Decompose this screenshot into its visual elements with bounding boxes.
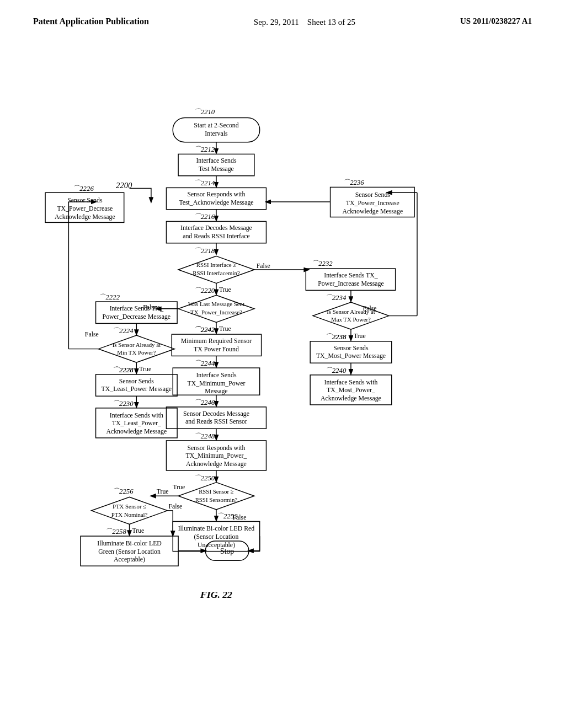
svg-text:Was Last Message Sent: Was Last Message Sent [188, 301, 244, 307]
svg-text:RSSI Interfacemin?: RSSI Interfacemin? [193, 270, 240, 276]
pub-date: Sep. 29, 2011 [254, 18, 299, 26]
svg-text:FIG. 22: FIG. 22 [200, 589, 232, 600]
svg-text:Max TX Power?: Max TX Power? [331, 316, 371, 323]
svg-text:TX_Least_Power_: TX_Least_Power_ [112, 419, 161, 427]
svg-text:Illuminate Bi-color LED: Illuminate Bi-color LED [97, 539, 162, 547]
svg-text:Interface Sends TX_: Interface Sends TX_ [110, 304, 164, 312]
svg-text:PTX Nominal?: PTX Nominal? [111, 511, 148, 518]
svg-text:⌒2232: ⌒2232 [311, 260, 333, 267]
flowchart-svg: 2200 ⌒2210 Start at 2-Second Intervals ⌒… [0, 34, 565, 706]
svg-text:Test Message: Test Message [199, 165, 234, 173]
svg-text:True: True [354, 332, 366, 340]
patent-number: US 2011/0238227 A1 [460, 17, 532, 26]
publication-title: Patent Application Publication [33, 17, 149, 26]
svg-text:True: True [219, 286, 231, 293]
svg-text:⌒2252: ⌒2252 [216, 512, 238, 520]
svg-text:False: False [257, 262, 270, 270]
svg-text:Min TX Power?: Min TX Power? [117, 349, 156, 356]
svg-text:True: True [139, 365, 151, 373]
svg-text:⌒2228: ⌒2228 [112, 366, 134, 374]
svg-text:⌒2218: ⌒2218 [194, 247, 215, 255]
svg-text:Acknowledge Message: Acknowledge Message [342, 207, 403, 215]
svg-text:True: True [157, 488, 169, 495]
svg-text:Green (Sensor Location: Green (Sensor Location [98, 548, 161, 555]
svg-text:Interface Sends: Interface Sends [196, 371, 236, 379]
svg-text:False: False [85, 330, 99, 338]
svg-text:⌒2220: ⌒2220 [194, 287, 215, 295]
svg-text:⌒2216: ⌒2216 [194, 213, 215, 221]
svg-text:TX_Minimum_Power_: TX_Minimum_Power_ [186, 452, 247, 459]
svg-text:Sensor Sends: Sensor Sends [119, 377, 154, 385]
svg-text:Acknowledge Message: Acknowledge Message [106, 427, 167, 435]
svg-text:True: True [132, 527, 144, 534]
svg-text:⌒2250: ⌒2250 [194, 474, 215, 482]
svg-text:⌒2210: ⌒2210 [194, 108, 215, 116]
svg-text:⌒2224: ⌒2224 [112, 327, 134, 335]
svg-text:Illuminate Bi-color LED Red: Illuminate Bi-color LED Red [178, 524, 255, 532]
svg-text:(Sensor Location: (Sensor Location [194, 533, 239, 540]
svg-text:Sensor Sends: Sensor Sends [67, 196, 103, 204]
svg-text:Interface Sends: Interface Sends [196, 157, 236, 164]
svg-text:PTX Sensor ≤: PTX Sensor ≤ [113, 503, 146, 510]
svg-text:⌒2238: ⌒2238 [325, 333, 347, 341]
svg-text:⌒2236: ⌒2236 [343, 179, 364, 186]
svg-text:RSSI Interface ≥: RSSI Interface ≥ [196, 261, 237, 268]
svg-text:Acceptable): Acceptable) [114, 555, 145, 563]
svg-text:⌒2248: ⌒2248 [194, 432, 215, 440]
svg-text:Power_Decrease Message: Power_Decrease Message [103, 313, 171, 320]
svg-text:Sensor Sends: Sensor Sends [355, 191, 391, 199]
svg-text:⌒2240: ⌒2240 [325, 367, 347, 374]
page-header: Patent Application Publication Sep. 29, … [0, 0, 565, 28]
svg-text:⌒2222: ⌒2222 [98, 293, 120, 301]
svg-text:⌒2230: ⌒2230 [112, 400, 134, 408]
svg-text:TX_Least_Power Message: TX_Least_Power Message [102, 385, 172, 393]
svg-text:Interface Sends with: Interface Sends with [324, 378, 377, 386]
svg-text:Is Sensor Already at: Is Sensor Already at [113, 341, 161, 348]
svg-text:RSSI Sensormin?: RSSI Sensormin? [195, 496, 238, 503]
svg-text:⌒2226: ⌒2226 [72, 185, 94, 192]
svg-text:and Reads RSSI Interface: and Reads RSSI Interface [183, 232, 250, 240]
svg-text:TX_Most_Power Message: TX_Most_Power Message [316, 352, 386, 360]
svg-text:Power_Increase Message: Power_Increase Message [318, 280, 384, 287]
svg-text:⌒2258: ⌒2258 [105, 528, 126, 536]
svg-text:Start at 2-Second: Start at 2-Second [194, 121, 238, 129]
svg-text:TX_Power_Increase: TX_Power_Increase [346, 199, 399, 207]
svg-text:Acknowledge Message: Acknowledge Message [55, 213, 115, 221]
svg-text:Stop: Stop [220, 547, 234, 555]
svg-text:RSSI Sensor ≥: RSSI Sensor ≥ [199, 488, 234, 495]
svg-text:Message: Message [205, 387, 227, 395]
svg-text:Acknowledge Message: Acknowledge Message [321, 394, 381, 402]
svg-text:TX Power Found: TX Power Found [194, 345, 239, 353]
svg-text:⌒2242: ⌒2242 [194, 326, 215, 334]
svg-text:True: True [219, 325, 231, 333]
svg-text:Interface Sends with: Interface Sends with [110, 411, 163, 419]
svg-text:⌒2234: ⌒2234 [325, 294, 347, 302]
svg-text:⌒2246: ⌒2246 [194, 399, 215, 406]
svg-text:Acknowledge Message: Acknowledge Message [186, 460, 247, 468]
svg-text:Minimum Required Sensor: Minimum Required Sensor [181, 337, 252, 345]
svg-text:TX_Power_Decrease: TX_Power_Decrease [57, 205, 113, 212]
header-center: Sep. 29, 2011 Sheet 13 of 25 [254, 17, 355, 28]
svg-text:Interface Sends TX_: Interface Sends TX_ [324, 271, 378, 279]
svg-text:⌒2244: ⌒2244 [194, 360, 215, 367]
svg-text:Sensor Sends: Sensor Sends [333, 344, 369, 352]
svg-text:⌒2256: ⌒2256 [112, 488, 134, 495]
svg-text:True: True [173, 483, 185, 491]
svg-text:Test_Acknowledge Message: Test_Acknowledge Message [179, 199, 253, 206]
svg-text:and Reads RSSI Sensor: and Reads RSSI Sensor [185, 417, 247, 425]
svg-text:Interface Decodes Message: Interface Decodes Message [180, 224, 252, 232]
svg-text:False: False [168, 502, 182, 510]
svg-text:TX_Minimum_Power: TX_Minimum_Power [188, 379, 246, 387]
svg-text:TX_Most_Power_: TX_Most_Power_ [327, 386, 375, 394]
svg-text:Intervals: Intervals [205, 130, 228, 137]
svg-text:Sensor Responds with: Sensor Responds with [188, 190, 246, 198]
svg-text:Is Sensor Already at: Is Sensor Already at [327, 308, 375, 315]
svg-text:TX_Power_Increase?: TX_Power_Increase? [190, 309, 242, 315]
flowchart-diagram: 2200 ⌒2210 Start at 2-Second Intervals ⌒… [0, 34, 565, 706]
sheet-info: Sheet 13 of 25 [307, 18, 355, 26]
svg-text:⌒2214: ⌒2214 [194, 179, 215, 187]
svg-text:⌒2212: ⌒2212 [194, 146, 215, 153]
svg-text:Sensor Responds with: Sensor Responds with [188, 444, 246, 452]
svg-text:Sensor Decodes Message: Sensor Decodes Message [183, 410, 249, 417]
